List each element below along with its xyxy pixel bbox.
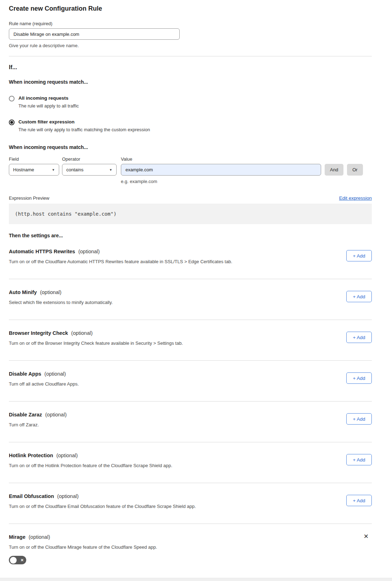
add-button[interactable]: + Add [346,372,372,384]
setting-title: Browser Integrity Check (optional) [9,330,372,336]
rule-name-input[interactable] [9,28,180,40]
toggle-knob [10,557,17,564]
setting-row-email-obfuscation: Email Obfuscation (optional) Turn on or … [9,483,372,524]
setting-name: Auto Minify [9,289,37,295]
setting-description: Turn on or off the Browser Integrity Che… [9,341,328,346]
field-select-value: Hostname [13,167,34,172]
add-button[interactable]: + Add [346,250,372,261]
setting-description: Turn on or off the Cloudflare Email Obfu… [9,504,328,509]
and-button[interactable]: And [325,164,343,176]
setting-description: Turn on or off the Hotlink Protection fe… [9,463,328,468]
mirage-toggle-off[interactable]: ✕ [9,556,26,564]
setting-title: Hotlink Protection (optional) [9,453,372,458]
value-helper: e.g. example.com [121,179,372,184]
operator-select-value: contains [66,167,83,172]
radio-option-custom-filter-expression[interactable]: Custom filter expression The rule will o… [9,119,372,132]
setting-row-disable-apps: Disable Apps (optional) Turn off all act… [9,361,372,402]
edit-expression-link[interactable]: Edit expression [339,195,372,201]
builder-heading: When incoming requests match... [9,144,372,150]
radio-button-selected[interactable] [9,120,15,125]
section-divider [9,56,372,56]
setting-row-auto-minify: Auto Minify (optional) Select which file… [9,279,372,320]
setting-optional-tag: (optional) [40,289,61,295]
setting-optional-tag: (optional) [45,412,67,417]
operator-label: Operator [62,156,121,162]
expression-preview-row: Expression Preview Edit expression [9,195,372,201]
add-button[interactable]: + Add [346,413,372,425]
setting-description: Turn off all active Cloudflare Apps. [9,381,328,387]
setting-optional-tag: (optional) [29,534,50,540]
chevron-down-icon: ▼ [52,168,55,172]
expression-builder-row: Hostname ▼ contains ▼ And Or [9,164,372,176]
setting-name: Browser Integrity Check [9,330,68,336]
setting-row-mirage: Mirage (optional) ✕ Turn on or off the C… [9,524,372,579]
radio-option-text: All incoming requests The rule will appl… [18,95,79,109]
setting-name: Hotlink Protection [9,453,53,458]
builder-column-labels: Field Operator Value [9,156,372,162]
rule-name-label: Rule name (required) [9,21,372,26]
value-label: Value [121,156,132,162]
setting-title: Automatic HTTPS Rewrites (optional) [9,249,372,254]
setting-title: Email Obfuscation (optional) [9,493,372,499]
page-content: Create new Configuration Rule Rule name … [0,0,392,579]
setting-description: Turn on or off the Cloudflare Mirage fea… [9,544,328,550]
or-button[interactable]: Or [347,164,363,176]
add-button[interactable]: + Add [346,454,372,465]
expression-preview-label: Expression Preview [9,195,49,201]
add-button[interactable]: + Add [346,291,372,302]
setting-title: Mirage (optional) [9,534,372,540]
radio-option-description: The rule will only apply to traffic matc… [18,127,150,132]
setting-name: Automatic HTTPS Rewrites [9,249,75,254]
bottom-edge-strip [0,578,392,581]
setting-title: Disable Zaraz (optional) [9,412,372,417]
add-button[interactable]: + Add [346,495,372,506]
radio-option-label: All incoming requests [18,95,79,101]
setting-optional-tag: (optional) [71,330,93,336]
setting-row-hotlink-protection: Hotlink Protection (optional) Turn on or… [9,442,372,483]
page-title: Create new Configuration Rule [9,5,372,12]
setting-optional-tag: (optional) [56,453,78,458]
then-settings-heading: Then the settings are... [9,233,372,238]
value-input[interactable] [121,164,321,176]
setting-title: Auto Minify (optional) [9,289,372,295]
setting-optional-tag: (optional) [57,493,78,499]
setting-name: Mirage [9,534,26,540]
setting-description: Turn on or off the Cloudflare Automatic … [9,259,328,264]
setting-row-automatic-https-rewrites: Automatic HTTPS Rewrites (optional) Turn… [9,238,372,279]
setting-row-disable-zaraz: Disable Zaraz (optional) Turn off Zaraz.… [9,402,372,442]
setting-row-browser-integrity-check: Browser Integrity Check (optional) Turn … [9,320,372,361]
close-icon[interactable]: ✕ [364,533,369,540]
setting-name: Email Obfuscation [9,493,54,499]
setting-name: Disable Zaraz [9,412,42,417]
radio-button-unselected[interactable] [9,96,15,101]
add-button[interactable]: + Add [346,332,372,343]
field-label: Field [9,156,62,162]
operator-select[interactable]: contains ▼ [62,164,117,176]
setting-name: Disable Apps [9,371,41,377]
radio-option-all-incoming-requests[interactable]: All incoming requests The rule will appl… [9,95,372,109]
setting-description: Select which file extensions to minify a… [9,300,328,305]
setting-title: Disable Apps (optional) [9,371,372,377]
radio-option-label: Custom filter expression [18,119,150,124]
setting-optional-tag: (optional) [78,249,100,254]
rule-name-helper: Give your rule a descriptive name. [9,43,372,48]
match-heading: When incoming requests match... [9,79,372,85]
radio-option-text: Custom filter expression The rule will o… [18,119,150,132]
toggle-x-icon: ✕ [21,558,24,563]
setting-description: Turn off Zaraz. [9,422,328,427]
if-heading: If... [9,64,372,71]
setting-optional-tag: (optional) [44,371,66,377]
field-select[interactable]: Hostname ▼ [9,164,59,176]
expression-preview-code: (http.host contains "example.com") [9,204,372,224]
radio-option-description: The rule will apply to all traffic [18,103,79,109]
create-configuration-rule-page: Create new Configuration Rule Rule name … [0,0,392,581]
chevron-down-icon: ▼ [109,168,112,172]
